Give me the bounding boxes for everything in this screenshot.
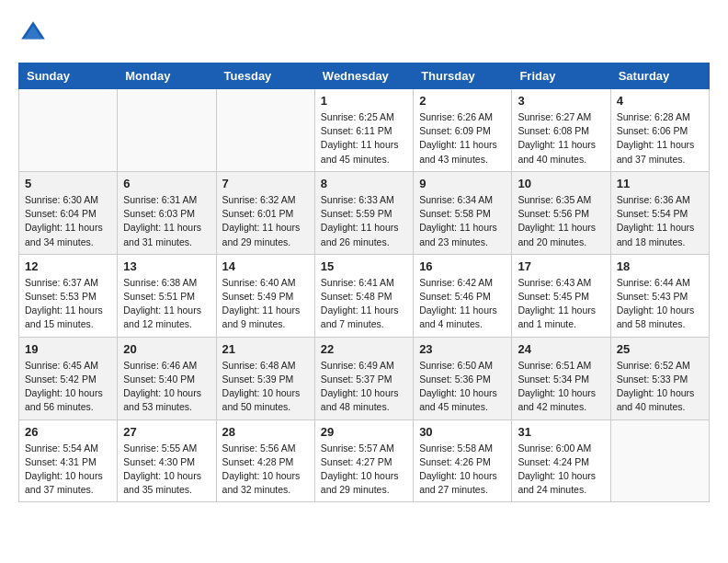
day-info: Sunrise: 6:48 AM Sunset: 5:39 PM Dayligh…: [222, 359, 309, 415]
calendar-day-cell: 2Sunrise: 6:26 AM Sunset: 6:09 PM Daylig…: [414, 89, 512, 172]
calendar-day-cell: 7Sunrise: 6:32 AM Sunset: 6:01 PM Daylig…: [216, 171, 314, 254]
day-number: 28: [222, 425, 309, 439]
day-info: Sunrise: 6:26 AM Sunset: 6:09 PM Dayligh…: [419, 110, 506, 167]
calendar-day-cell: 14Sunrise: 6:40 AM Sunset: 5:49 PM Dayli…: [216, 254, 314, 337]
day-number: 2: [419, 94, 506, 108]
day-info: Sunrise: 6:32 AM Sunset: 6:01 PM Dayligh…: [222, 193, 309, 249]
calendar-week-row: 12Sunrise: 6:37 AM Sunset: 5:53 PM Dayli…: [19, 254, 710, 337]
day-number: 4: [617, 94, 703, 108]
day-number: 25: [617, 342, 703, 356]
calendar-day-cell: 17Sunrise: 6:43 AM Sunset: 5:45 PM Dayli…: [512, 254, 610, 337]
day-number: 14: [222, 259, 309, 273]
day-info: Sunrise: 6:38 AM Sunset: 5:51 PM Dayligh…: [123, 276, 210, 332]
calendar-day-cell: 28Sunrise: 5:56 AM Sunset: 4:28 PM Dayli…: [216, 419, 314, 502]
day-number: 12: [25, 259, 111, 273]
day-number: 18: [617, 259, 703, 273]
calendar-week-row: 26Sunrise: 5:54 AM Sunset: 4:31 PM Dayli…: [19, 419, 710, 502]
day-info: Sunrise: 5:54 AM Sunset: 4:31 PM Dayligh…: [25, 442, 111, 498]
calendar-week-row: 19Sunrise: 6:45 AM Sunset: 5:42 PM Dayli…: [19, 337, 710, 419]
day-info: Sunrise: 6:31 AM Sunset: 6:03 PM Dayligh…: [123, 193, 210, 249]
calendar-day-cell: 10Sunrise: 6:35 AM Sunset: 5:56 PM Dayli…: [512, 171, 610, 254]
calendar-day-cell: 20Sunrise: 6:46 AM Sunset: 5:40 PM Dayli…: [118, 337, 216, 419]
day-info: Sunrise: 6:40 AM Sunset: 5:49 PM Dayligh…: [222, 276, 309, 332]
weekday-header: Tuesday: [216, 63, 314, 89]
day-info: Sunrise: 6:50 AM Sunset: 5:36 PM Dayligh…: [419, 359, 506, 415]
day-info: Sunrise: 6:44 AM Sunset: 5:43 PM Dayligh…: [617, 276, 703, 332]
calendar-day-cell: 12Sunrise: 6:37 AM Sunset: 5:53 PM Dayli…: [19, 254, 118, 337]
day-number: 9: [419, 177, 506, 190]
calendar-day-cell: 24Sunrise: 6:51 AM Sunset: 5:34 PM Dayli…: [512, 337, 610, 419]
calendar-day-cell: 26Sunrise: 5:54 AM Sunset: 4:31 PM Dayli…: [19, 419, 118, 502]
day-info: Sunrise: 6:41 AM Sunset: 5:48 PM Dayligh…: [321, 276, 407, 332]
day-info: Sunrise: 6:35 AM Sunset: 5:56 PM Dayligh…: [518, 193, 604, 249]
calendar-day-cell: [118, 89, 216, 172]
day-info: Sunrise: 6:27 AM Sunset: 6:08 PM Dayligh…: [518, 110, 604, 167]
day-number: 11: [617, 177, 703, 190]
logo-icon: [18, 18, 48, 48]
day-info: Sunrise: 6:37 AM Sunset: 5:53 PM Dayligh…: [25, 276, 111, 332]
day-number: 21: [222, 342, 309, 356]
calendar-day-cell: 8Sunrise: 6:33 AM Sunset: 5:59 PM Daylig…: [314, 171, 413, 254]
day-info: Sunrise: 6:36 AM Sunset: 5:54 PM Dayligh…: [617, 193, 703, 249]
calendar-day-cell: 6Sunrise: 6:31 AM Sunset: 6:03 PM Daylig…: [118, 171, 216, 254]
day-info: Sunrise: 5:56 AM Sunset: 4:28 PM Dayligh…: [222, 442, 309, 498]
day-info: Sunrise: 6:25 AM Sunset: 6:11 PM Dayligh…: [321, 110, 407, 167]
day-number: 6: [123, 177, 210, 190]
day-info: Sunrise: 6:28 AM Sunset: 6:06 PM Dayligh…: [617, 110, 703, 167]
calendar-week-row: 1Sunrise: 6:25 AM Sunset: 6:11 PM Daylig…: [19, 89, 710, 172]
calendar-day-cell: [216, 89, 314, 172]
calendar-day-cell: 19Sunrise: 6:45 AM Sunset: 5:42 PM Dayli…: [19, 337, 118, 419]
day-number: 5: [25, 177, 111, 190]
day-number: 3: [518, 94, 604, 108]
calendar-day-cell: 1Sunrise: 6:25 AM Sunset: 6:11 PM Daylig…: [314, 89, 413, 172]
calendar-day-cell: 3Sunrise: 6:27 AM Sunset: 6:08 PM Daylig…: [512, 89, 610, 172]
calendar-day-cell: 13Sunrise: 6:38 AM Sunset: 5:51 PM Dayli…: [118, 254, 216, 337]
weekday-header: Thursday: [414, 63, 512, 89]
calendar-day-cell: 11Sunrise: 6:36 AM Sunset: 5:54 PM Dayli…: [610, 171, 709, 254]
day-number: 27: [123, 425, 210, 439]
day-number: 24: [518, 342, 604, 356]
calendar-day-cell: 21Sunrise: 6:48 AM Sunset: 5:39 PM Dayli…: [216, 337, 314, 419]
day-info: Sunrise: 6:46 AM Sunset: 5:40 PM Dayligh…: [123, 359, 210, 415]
day-number: 26: [25, 425, 111, 439]
day-info: Sunrise: 5:55 AM Sunset: 4:30 PM Dayligh…: [123, 442, 210, 498]
calendar-day-cell: 30Sunrise: 5:58 AM Sunset: 4:26 PM Dayli…: [414, 419, 512, 502]
day-number: 29: [321, 425, 407, 439]
day-number: 8: [321, 177, 407, 190]
day-info: Sunrise: 6:00 AM Sunset: 4:24 PM Dayligh…: [518, 442, 604, 498]
calendar-day-cell: 9Sunrise: 6:34 AM Sunset: 5:58 PM Daylig…: [414, 171, 512, 254]
day-number: 10: [518, 177, 604, 190]
day-number: 16: [419, 259, 506, 273]
calendar-week-row: 5Sunrise: 6:30 AM Sunset: 6:04 PM Daylig…: [19, 171, 710, 254]
day-info: Sunrise: 6:42 AM Sunset: 5:46 PM Dayligh…: [419, 276, 506, 332]
weekday-header: Sunday: [19, 63, 118, 89]
day-info: Sunrise: 6:33 AM Sunset: 5:59 PM Dayligh…: [321, 193, 407, 249]
day-info: Sunrise: 6:49 AM Sunset: 5:37 PM Dayligh…: [321, 359, 407, 415]
weekday-header: Monday: [118, 63, 216, 89]
day-number: 22: [321, 342, 407, 356]
logo: [18, 18, 51, 48]
day-info: Sunrise: 5:58 AM Sunset: 4:26 PM Dayligh…: [419, 442, 506, 498]
day-number: 7: [222, 177, 309, 190]
day-number: 23: [419, 342, 506, 356]
day-number: 31: [518, 425, 604, 439]
calendar-day-cell: 23Sunrise: 6:50 AM Sunset: 5:36 PM Dayli…: [414, 337, 512, 419]
day-number: 30: [419, 425, 506, 439]
weekday-header: Friday: [512, 63, 610, 89]
calendar-day-cell: 22Sunrise: 6:49 AM Sunset: 5:37 PM Dayli…: [314, 337, 413, 419]
calendar-day-cell: 15Sunrise: 6:41 AM Sunset: 5:48 PM Dayli…: [314, 254, 413, 337]
day-number: 15: [321, 259, 407, 273]
day-info: Sunrise: 6:45 AM Sunset: 5:42 PM Dayligh…: [25, 359, 111, 415]
calendar-day-cell: 25Sunrise: 6:52 AM Sunset: 5:33 PM Dayli…: [610, 337, 709, 419]
day-number: 19: [25, 342, 111, 356]
weekday-header: Saturday: [610, 63, 709, 89]
day-info: Sunrise: 6:34 AM Sunset: 5:58 PM Dayligh…: [419, 193, 506, 249]
calendar-day-cell: 27Sunrise: 5:55 AM Sunset: 4:30 PM Dayli…: [118, 419, 216, 502]
weekday-header: Wednesday: [314, 63, 413, 89]
day-number: 17: [518, 259, 604, 273]
calendar-day-cell: 5Sunrise: 6:30 AM Sunset: 6:04 PM Daylig…: [19, 171, 118, 254]
day-number: 1: [321, 94, 407, 108]
calendar-day-cell: 18Sunrise: 6:44 AM Sunset: 5:43 PM Dayli…: [610, 254, 709, 337]
day-info: Sunrise: 6:51 AM Sunset: 5:34 PM Dayligh…: [518, 359, 604, 415]
day-info: Sunrise: 5:57 AM Sunset: 4:27 PM Dayligh…: [321, 442, 407, 498]
